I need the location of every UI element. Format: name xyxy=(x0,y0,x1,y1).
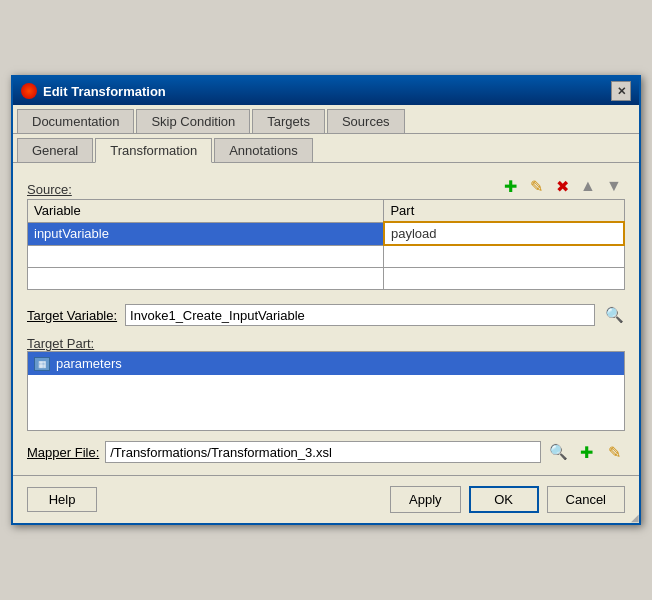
target-part-section: Target Part: ▦ parameters xyxy=(27,336,625,431)
tab-documentation[interactable]: Documentation xyxy=(17,109,134,133)
tab-row-1: Documentation Skip Condition Targets Sou… xyxy=(13,105,639,134)
tab-sources[interactable]: Sources xyxy=(327,109,405,133)
target-variable-search-button[interactable]: 🔍 xyxy=(603,304,625,326)
bottom-right-buttons: Apply OK Cancel xyxy=(390,486,625,513)
ok-button[interactable]: OK xyxy=(469,486,539,513)
title-bar: Edit Transformation ✕ xyxy=(13,77,639,105)
delete-source-button[interactable]: ✖ xyxy=(551,175,573,197)
target-variable-label: Target Variable: xyxy=(27,308,117,323)
mapper-file-add-button[interactable]: ✚ xyxy=(575,441,597,463)
target-part-box: ▦ parameters xyxy=(27,351,625,431)
mapper-file-edit-button[interactable]: ✎ xyxy=(603,441,625,463)
dialog-title: Edit Transformation xyxy=(43,84,166,99)
tab-row-2: General Transformation Annotations xyxy=(13,134,639,163)
tab-skip-condition[interactable]: Skip Condition xyxy=(136,109,250,133)
cell-variable: inputVariable xyxy=(28,222,384,245)
target-variable-row: Target Variable: 🔍 xyxy=(27,304,625,326)
edit-source-button[interactable]: ✎ xyxy=(525,175,547,197)
app-icon xyxy=(21,83,37,99)
help-button[interactable]: Help xyxy=(27,487,97,512)
add-source-button[interactable]: ✚ xyxy=(499,175,521,197)
target-part-row[interactable]: ▦ parameters xyxy=(28,352,624,375)
source-header: Source: ✚ ✎ ✖ ▲ ▼ xyxy=(27,175,625,199)
source-table: Variable Part inputVariable payload xyxy=(27,199,625,290)
move-up-button[interactable]: ▲ xyxy=(577,175,599,197)
cancel-button[interactable]: Cancel xyxy=(547,486,625,513)
table-row-empty2 xyxy=(28,268,625,290)
target-part-label: Target Part: xyxy=(27,336,94,351)
mapper-file-row: Mapper File: 🔍 ✚ ✎ xyxy=(27,441,625,463)
main-content: Source: ✚ ✎ ✖ ▲ ▼ Variable Part xyxy=(13,163,639,475)
move-down-button[interactable]: ▼ xyxy=(603,175,625,197)
mapper-file-search-button[interactable]: 🔍 xyxy=(547,441,569,463)
tab-annotations[interactable]: Annotations xyxy=(214,138,313,162)
close-button[interactable]: ✕ xyxy=(611,81,631,101)
target-variable-input[interactable] xyxy=(125,304,595,326)
source-section: Source: ✚ ✎ ✖ ▲ ▼ Variable Part xyxy=(27,175,625,290)
tab-general[interactable]: General xyxy=(17,138,93,162)
mapper-file-input[interactable] xyxy=(105,441,541,463)
tab-targets[interactable]: Targets xyxy=(252,109,325,133)
col-part: Part xyxy=(384,200,624,223)
edit-transformation-dialog: Edit Transformation ✕ Documentation Skip… xyxy=(11,75,641,525)
table-row-empty xyxy=(28,245,625,268)
source-toolbar: ✚ ✎ ✖ ▲ ▼ xyxy=(499,175,625,197)
resize-handle[interactable]: ◢ xyxy=(631,512,639,523)
mapper-file-label: Mapper File: xyxy=(27,445,99,460)
target-part-value: parameters xyxy=(56,356,122,371)
col-variable: Variable xyxy=(28,200,384,223)
bottom-bar: Help Apply OK Cancel xyxy=(13,475,639,523)
source-label: Source: xyxy=(27,182,72,197)
table-row[interactable]: inputVariable payload xyxy=(28,222,625,245)
tab-transformation[interactable]: Transformation xyxy=(95,138,212,163)
cell-part: payload xyxy=(384,222,624,245)
apply-button[interactable]: Apply xyxy=(390,486,461,513)
target-part-icon: ▦ xyxy=(34,357,50,371)
